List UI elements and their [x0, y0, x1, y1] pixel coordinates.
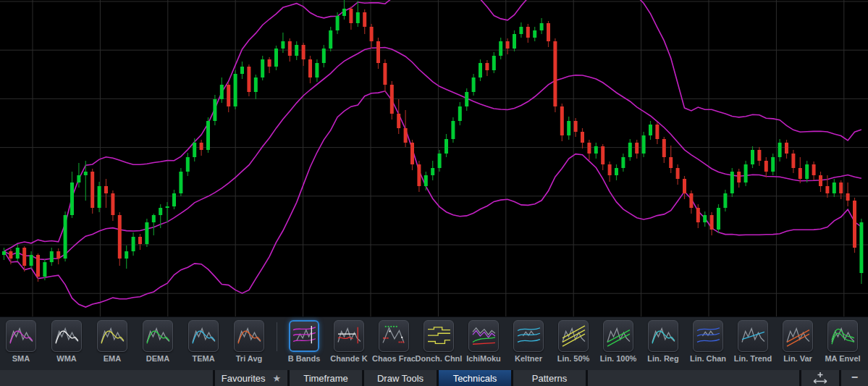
- indicator-tile-ichimoku: [468, 320, 499, 352]
- trading-app: SMAWMAEMADEMATEMATri Avg B BandsChande K…: [0, 0, 868, 386]
- indicator-tile-donchchnl: [424, 320, 454, 352]
- indicator-tile-linreg: [648, 320, 678, 352]
- indicator-icon: [471, 325, 497, 347]
- indicator-button-ichimoku[interactable]: IchiMoku: [468, 320, 499, 363]
- indicator-tile-chandek: [334, 320, 364, 352]
- indicator-button-linreg[interactable]: Lin. Reg: [648, 320, 678, 363]
- indicator-tile-dema: [143, 320, 173, 352]
- tab-label: Draw Tools: [377, 373, 424, 384]
- indicator-icon: [650, 325, 676, 347]
- indicator-label: Chaos Frac: [372, 354, 416, 363]
- indicator-label: Tri Avg: [236, 354, 262, 363]
- indicator-tile-maenvel: [827, 320, 858, 352]
- indicator-icon: [560, 325, 586, 347]
- indicator-icon: [740, 325, 766, 347]
- indicator-icon: [336, 325, 362, 347]
- plus-arrows-icon: [811, 371, 830, 385]
- indicator-icon: [54, 325, 80, 347]
- indicator-button-sma[interactable]: SMA: [6, 320, 36, 363]
- indicator-button-lin50[interactable]: Lin. 50%: [558, 320, 589, 363]
- indicator-icon: [695, 325, 721, 347]
- indicator-button-lintrend[interactable]: Lin. Trend: [738, 320, 768, 363]
- indicator-icon: [291, 325, 317, 347]
- indicator-tile-tema: [188, 320, 219, 352]
- add-indicator-button[interactable]: [801, 370, 839, 386]
- indicator-label: B Bands: [288, 354, 321, 363]
- indicator-button-dema[interactable]: DEMA: [143, 320, 173, 363]
- indicator-label: DEMA: [146, 354, 169, 363]
- indicator-icon: [8, 325, 34, 347]
- indicator-icon: [145, 325, 171, 347]
- indicator-label: TEMA: [192, 354, 214, 363]
- indicator-tile-triavg: [234, 320, 264, 352]
- indicator-icon: [426, 325, 452, 347]
- candlestick-chart: [0, 0, 868, 316]
- indicator-button-maenvel[interactable]: MA Envel: [827, 320, 858, 363]
- indicator-tile-sma: [6, 320, 36, 352]
- indicator-tile-lintrend: [738, 320, 768, 352]
- indicator-label: Chande K: [330, 354, 367, 363]
- tab-label: Patterns: [532, 373, 567, 384]
- indicator-tile-ema: [97, 320, 127, 352]
- indicator-tile-chaosfrac: [379, 320, 409, 352]
- indicator-button-bbands[interactable]: B Bands: [289, 320, 319, 363]
- indicator-icon: [515, 325, 542, 347]
- tab-label: Timeframe: [303, 373, 348, 384]
- indicator-group-moving-averages: SMAWMAEMADEMATEMATri Avg: [6, 320, 264, 363]
- indicator-button-chandek[interactable]: Chande K: [334, 320, 364, 363]
- indicator-tile-wma: [51, 320, 82, 352]
- star-icon: ★: [273, 374, 282, 383]
- indicator-button-linchan[interactable]: Lin. Chan: [693, 320, 723, 363]
- indicator-label: Lin. Chan: [690, 354, 726, 363]
- indicator-label: IchiMoku: [466, 354, 501, 363]
- statusbar-right-filler: [588, 370, 799, 386]
- indicator-label: Keltner: [515, 354, 542, 363]
- indicator-label: SMA: [12, 354, 30, 363]
- indicator-group-bands-channels: B BandsChande KChaos FracDonch. ChnlIchi…: [289, 320, 858, 363]
- indicator-button-lin100[interactable]: Lin. 100%: [603, 320, 633, 363]
- indicator-label: EMA: [104, 354, 121, 363]
- tab-patterns[interactable]: Patterns: [513, 370, 586, 386]
- indicator-toolbar: SMAWMAEMADEMATEMATri Avg B BandsChande K…: [0, 316, 868, 370]
- indicator-tile-linchan: [693, 320, 723, 352]
- indicator-tile-linvar: [783, 320, 813, 352]
- indicator-icon: [605, 325, 631, 347]
- tab-label: Favourites: [222, 373, 266, 384]
- statusbar-left-filler: [0, 370, 213, 386]
- minus-icon: −: [851, 371, 858, 384]
- indicator-icon: [99, 325, 125, 347]
- indicator-button-donchchnl[interactable]: Donch. Chnl: [424, 320, 454, 363]
- indicator-button-ema[interactable]: EMA: [97, 320, 127, 363]
- indicator-label: Lin. Reg: [647, 354, 678, 363]
- indicator-button-triavg[interactable]: Tri Avg: [234, 320, 264, 363]
- indicator-button-keltner[interactable]: Keltner: [513, 320, 544, 363]
- toolbar-group-divider: [277, 322, 277, 351]
- indicator-tile-keltner: [513, 320, 544, 352]
- indicator-label: Donch. Chnl: [416, 354, 463, 363]
- tab-favourites[interactable]: Favourites★: [215, 370, 287, 386]
- tab-draw-tools[interactable]: Draw Tools: [364, 370, 437, 386]
- indicator-tile-lin100: [603, 320, 633, 352]
- indicator-label: Lin. Var: [783, 354, 812, 363]
- price-chart-area[interactable]: [0, 0, 868, 316]
- indicator-button-chaosfrac[interactable]: Chaos Frac: [379, 320, 409, 363]
- indicator-label: Lin. 50%: [557, 354, 590, 363]
- collapse-toolbar-button[interactable]: −: [841, 370, 868, 386]
- indicator-button-linvar[interactable]: Lin. Var: [783, 320, 813, 363]
- indicator-label: WMA: [56, 354, 77, 363]
- indicator-button-tema[interactable]: TEMA: [188, 320, 219, 363]
- indicator-icon: [785, 325, 811, 347]
- tab-technicals[interactable]: Technicals: [439, 370, 511, 386]
- indicator-button-wma[interactable]: WMA: [51, 320, 82, 363]
- indicator-tile-bbands: [289, 320, 319, 352]
- indicator-icon: [830, 325, 856, 347]
- indicator-label: Lin. 100%: [600, 354, 637, 363]
- tab-timeframe[interactable]: Timeframe: [290, 370, 362, 386]
- indicator-icon: [190, 325, 216, 347]
- tab-label: Technicals: [453, 373, 497, 384]
- indicator-icon: [236, 325, 262, 347]
- bottom-tab-bar: Favourites★TimeframeDraw ToolsTechnicals…: [0, 370, 868, 386]
- indicator-icon: [381, 325, 407, 347]
- indicator-label: Lin. Trend: [734, 354, 772, 363]
- indicator-label: MA Envel: [825, 354, 860, 363]
